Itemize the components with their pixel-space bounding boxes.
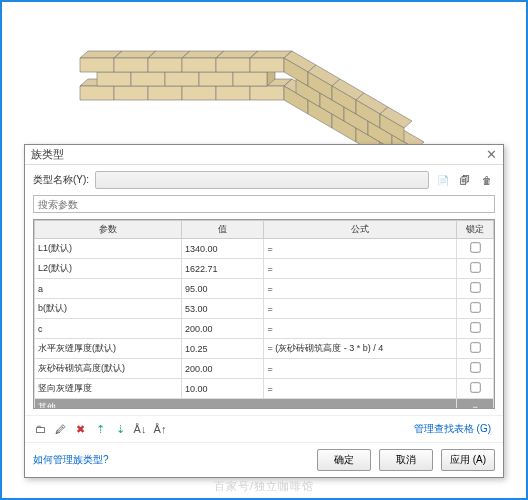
cell-param[interactable]: 竖向灰缝厚度	[35, 379, 182, 399]
cell-formula[interactable]: =	[264, 299, 457, 319]
apply-button[interactable]: 应用 (A)	[441, 449, 495, 471]
move-up-icon[interactable]: ⇡	[93, 422, 107, 436]
close-icon[interactable]: ✕	[486, 148, 497, 161]
table-row[interactable]: c 200.00 =	[35, 319, 494, 339]
ok-button[interactable]: 确定	[317, 449, 371, 471]
delete-type-icon[interactable]: 🗑	[479, 172, 495, 188]
cell-value[interactable]: 200.00	[181, 319, 264, 339]
lock-checkbox[interactable]	[470, 302, 480, 312]
cell-param[interactable]: 水平灰缝厚度(默认)	[35, 339, 182, 359]
table-row[interactable]: L1(默认) 1340.00 =	[35, 239, 494, 259]
dialog-titlebar: 族类型 ✕	[25, 145, 503, 165]
new-param-icon[interactable]: 🗀	[33, 422, 47, 436]
sort-asc-icon[interactable]: Å↓	[133, 422, 147, 436]
table-row[interactable]: b(默认) 53.00 =	[35, 299, 494, 319]
type-name-row: 类型名称(Y): 📄 🗐 🗑	[25, 165, 503, 195]
search-input[interactable]	[33, 195, 495, 213]
cell-value[interactable]: 10.00	[181, 379, 264, 399]
cell-param[interactable]: L1(默认)	[35, 239, 182, 259]
cell-formula[interactable]: =	[264, 239, 457, 259]
edit-param-icon[interactable]: 🖉	[53, 422, 67, 436]
parameter-table-wrap: 参数 值 公式 锁定 L1(默认) 1340.00 = L2(默认) 1622.…	[33, 219, 495, 409]
lock-checkbox[interactable]	[470, 342, 480, 352]
col-lock: 锁定	[457, 221, 494, 239]
parameter-table: 参数 值 公式 锁定 L1(默认) 1340.00 = L2(默认) 1622.…	[34, 220, 494, 409]
cell-param[interactable]: b(默认)	[35, 299, 182, 319]
new-type-icon[interactable]: 📄	[435, 172, 451, 188]
cell-value[interactable]: 95.00	[181, 279, 264, 299]
cell-lock[interactable]	[457, 279, 494, 299]
cell-formula[interactable]: =	[264, 279, 457, 299]
cell-param[interactable]: L2(默认)	[35, 259, 182, 279]
cell-value[interactable]: 200.00	[181, 359, 264, 379]
table-row[interactable]: 水平灰缝厚度(默认) 10.25 = (灰砂砖砌筑高度 - 3 * b) / 4	[35, 339, 494, 359]
lock-checkbox[interactable]	[470, 242, 480, 252]
lock-checkbox[interactable]	[470, 322, 480, 332]
copy-type-icon[interactable]: 🗐	[457, 172, 473, 188]
table-row[interactable]: a 95.00 =	[35, 279, 494, 299]
sort-desc-icon[interactable]: Å↑	[153, 422, 167, 436]
cell-lock[interactable]	[457, 359, 494, 379]
cell-param[interactable]: c	[35, 319, 182, 339]
col-param: 参数	[35, 221, 182, 239]
help-link[interactable]: 如何管理族类型?	[33, 453, 109, 467]
section-label: 其他	[35, 399, 457, 410]
manage-lookup-button[interactable]: 管理查找表格 (G)	[410, 420, 495, 438]
cell-formula[interactable]: = (灰砂砖砌筑高度 - 3 * b) / 4	[264, 339, 457, 359]
cell-formula[interactable]: =	[264, 259, 457, 279]
type-name-input[interactable]	[95, 171, 429, 189]
cell-lock[interactable]	[457, 299, 494, 319]
table-row[interactable]: L2(默认) 1622.71 =	[35, 259, 494, 279]
cell-lock[interactable]	[457, 319, 494, 339]
lock-checkbox[interactable]	[470, 382, 480, 392]
family-type-dialog: 族类型 ✕ 类型名称(Y): 📄 🗐 🗑 参数 值 公式 锁定 L1(默认) 1…	[24, 144, 504, 478]
cell-value[interactable]: 53.00	[181, 299, 264, 319]
type-name-label: 类型名称(Y):	[33, 173, 89, 187]
cancel-button[interactable]: 取消	[379, 449, 433, 471]
cell-value[interactable]: 10.25	[181, 339, 264, 359]
cell-lock[interactable]	[457, 239, 494, 259]
col-value: 值	[181, 221, 264, 239]
cell-lock[interactable]	[457, 339, 494, 359]
cell-lock[interactable]	[457, 259, 494, 279]
table-row[interactable]: 灰砂砖砌筑高度(默认) 200.00 =	[35, 359, 494, 379]
cell-value[interactable]: 1340.00	[181, 239, 264, 259]
cell-formula[interactable]: =	[264, 359, 457, 379]
cell-param[interactable]: a	[35, 279, 182, 299]
cell-formula[interactable]: =	[264, 319, 457, 339]
dialog-footer: 如何管理族类型? 确定 取消 应用 (A)	[25, 442, 503, 477]
delete-param-icon[interactable]: ✖	[73, 422, 87, 436]
lock-checkbox[interactable]	[470, 362, 480, 372]
cell-formula[interactable]: =	[264, 379, 457, 399]
lock-checkbox[interactable]	[470, 282, 480, 292]
cell-lock[interactable]	[457, 379, 494, 399]
lock-checkbox[interactable]	[470, 262, 480, 272]
move-down-icon[interactable]: ⇣	[113, 422, 127, 436]
dialog-toolbar: 🗀 🖉 ✖ ⇡ ⇣ Å↓ Å↑ 管理查找表格 (G)	[25, 415, 503, 442]
cell-param[interactable]: 灰砂砖砌筑高度(默认)	[35, 359, 182, 379]
section-row[interactable]: 其他∝	[35, 399, 494, 410]
dialog-title: 族类型	[31, 147, 64, 162]
section-expand-icon[interactable]: ∝	[457, 399, 494, 410]
col-formula: 公式	[264, 221, 457, 239]
table-header-row: 参数 值 公式 锁定	[35, 221, 494, 239]
cell-value[interactable]: 1622.71	[181, 259, 264, 279]
watermark: 百家号/独立咖啡馆	[214, 479, 314, 494]
table-row[interactable]: 竖向灰缝厚度 10.00 =	[35, 379, 494, 399]
